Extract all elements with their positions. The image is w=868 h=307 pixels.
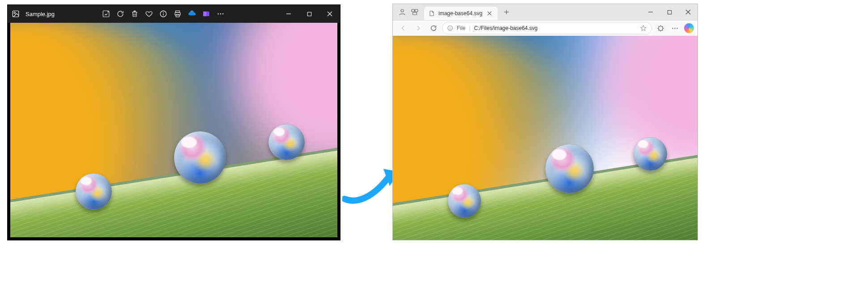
svg-point-36 <box>674 28 675 29</box>
tab-title: image-base64.svg <box>438 10 482 17</box>
browser-window: image-base64.svg <box>392 4 698 36</box>
svg-point-13 <box>220 13 221 15</box>
extensions-button[interactable] <box>654 22 667 34</box>
svg-rect-9 <box>176 15 179 17</box>
close-button[interactable] <box>319 5 340 23</box>
browser-tab-active[interactable]: image-base64.svg <box>424 7 498 20</box>
edit-image-button[interactable] <box>99 7 113 21</box>
info-button[interactable] <box>157 7 170 21</box>
rendered-svg-image <box>393 36 698 240</box>
svg-rect-11 <box>203 12 206 17</box>
svg-point-34 <box>658 26 663 30</box>
photos-image-viewport[interactable] <box>8 23 340 240</box>
svg-point-12 <box>218 13 219 15</box>
print-button[interactable] <box>171 7 184 21</box>
photos-app-icon <box>11 9 20 18</box>
browser-right-tools <box>654 22 694 34</box>
photos-window-controls <box>278 5 340 23</box>
svg-point-1 <box>14 12 16 14</box>
onedrive-button[interactable] <box>185 7 199 21</box>
conversion-arrow <box>342 156 400 210</box>
svg-rect-16 <box>307 12 311 16</box>
file-icon <box>429 10 435 17</box>
copilot-icon[interactable] <box>684 23 694 33</box>
tab-close-button[interactable] <box>486 10 493 17</box>
url-path: C:/Files/image-base64.svg <box>474 25 537 31</box>
svg-point-6 <box>163 12 164 13</box>
browser-tabstrip: image-base64.svg <box>393 4 698 20</box>
svg-rect-0 <box>13 11 19 17</box>
svg-rect-22 <box>413 13 417 15</box>
more-button[interactable] <box>214 7 227 21</box>
photos-filename: Sample.jpg <box>26 11 55 17</box>
delete-button[interactable] <box>128 7 141 21</box>
more-button[interactable] <box>668 22 681 34</box>
svg-point-19 <box>401 9 404 12</box>
workspaces-icon[interactable] <box>410 7 420 17</box>
forward-button[interactable] <box>412 22 425 34</box>
profile-icon[interactable] <box>397 7 407 17</box>
photos-toolbar <box>99 7 227 21</box>
minimize-button[interactable] <box>641 4 660 20</box>
url-scheme-label: File <box>457 25 465 31</box>
svg-point-3 <box>108 12 109 13</box>
svg-point-33 <box>450 27 450 27</box>
close-button[interactable] <box>679 4 698 20</box>
displayed-image <box>10 23 337 237</box>
refresh-button[interactable] <box>427 22 440 34</box>
svg-point-37 <box>677 28 677 29</box>
svg-rect-21 <box>415 9 418 12</box>
favorite-star-button[interactable] <box>640 25 647 32</box>
svg-point-14 <box>222 13 224 15</box>
photos-window: Sample.jpg <box>7 4 340 240</box>
rotate-button[interactable] <box>114 7 127 21</box>
minimize-button[interactable] <box>278 5 299 23</box>
separator: | <box>469 25 470 31</box>
browser-viewport[interactable] <box>392 36 698 240</box>
clipchamp-button[interactable] <box>200 7 213 21</box>
back-button[interactable] <box>396 22 410 34</box>
maximize-button[interactable] <box>299 5 319 23</box>
browser-window-controls <box>641 4 698 20</box>
favorite-button[interactable] <box>142 7 156 21</box>
photos-titlebar[interactable]: Sample.jpg <box>8 5 340 23</box>
svg-rect-20 <box>412 9 414 12</box>
address-bar[interactable]: File | C:/Files/image-base64.svg <box>442 22 652 34</box>
new-tab-button[interactable] <box>500 6 513 18</box>
svg-rect-28 <box>668 10 671 14</box>
browser-toolbar: File | C:/Files/image-base64.svg <box>393 20 698 36</box>
svg-point-35 <box>672 28 673 29</box>
maximize-button[interactable] <box>660 4 679 20</box>
site-info-icon[interactable] <box>447 25 453 31</box>
